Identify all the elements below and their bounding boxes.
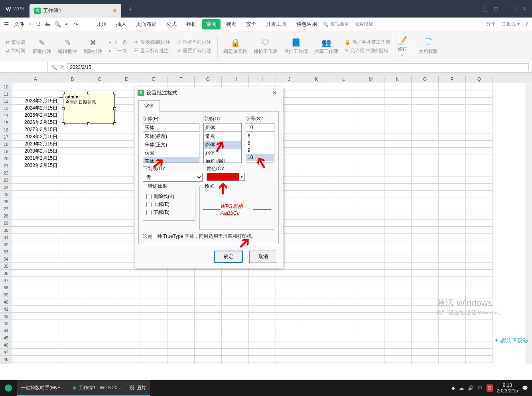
cell[interactable] (12, 212, 59, 220)
cell[interactable] (86, 126, 113, 133)
cell[interactable] (357, 133, 384, 141)
column-header[interactable]: J (276, 76, 303, 83)
cell[interactable] (466, 263, 493, 270)
row-header[interactable]: 24 (0, 184, 12, 191)
cell[interactable] (303, 105, 330, 112)
row-header[interactable]: 30 (0, 227, 12, 234)
new-tab-button[interactable]: ＋ (121, 4, 140, 14)
cell[interactable] (384, 349, 412, 356)
share-button[interactable]: 分享 (486, 21, 496, 27)
cell[interactable] (330, 270, 357, 277)
cell[interactable] (412, 126, 439, 133)
cell[interactable] (330, 227, 357, 234)
reset-all-comments-button[interactable]: ↺重置所有批注 (177, 47, 211, 54)
cell[interactable] (86, 263, 113, 270)
to-traditional-button[interactable]: ⇄简转繁 (6, 47, 26, 54)
cell[interactable] (330, 133, 357, 141)
cell[interactable] (439, 119, 466, 126)
windows-taskbar[interactable]: 一键排版助手(MyE... ◆工作簿1 - WPS 20... 🖼图片 ◆ ☁ … (0, 380, 532, 396)
cell[interactable] (59, 277, 86, 284)
cell[interactable] (330, 169, 357, 176)
cell[interactable] (86, 205, 113, 212)
cell[interactable] (466, 234, 493, 241)
cell[interactable] (59, 191, 86, 198)
row-header[interactable]: 48 (0, 356, 12, 363)
cell[interactable] (330, 349, 357, 356)
cell[interactable] (412, 162, 439, 169)
cell[interactable] (86, 83, 113, 90)
cell[interactable] (276, 363, 303, 364)
taskbar-app-1[interactable]: 一键排版助手(MyE... (17, 380, 69, 396)
cell[interactable] (439, 356, 466, 363)
cell[interactable] (357, 306, 384, 313)
cell[interactable] (384, 176, 412, 184)
cell[interactable] (439, 212, 466, 220)
cell[interactable] (12, 169, 59, 176)
cell[interactable] (384, 241, 412, 248)
cell[interactable] (384, 298, 412, 306)
row-header[interactable]: 18 (0, 141, 12, 148)
cell[interactable] (330, 90, 357, 98)
cell[interactable] (59, 212, 86, 220)
ok-button[interactable]: 确定 (214, 251, 243, 263)
cell[interactable] (303, 306, 330, 313)
cell[interactable]: 2023年2月15日 (12, 98, 59, 105)
vertical-scrollbar[interactable] (525, 83, 532, 364)
list-item[interactable]: 9 (246, 147, 274, 154)
superscript-checkbox[interactable]: 上标(E) (146, 201, 192, 208)
preview-icon[interactable]: 🔍 (54, 21, 61, 27)
cell[interactable] (86, 298, 113, 306)
cell[interactable] (12, 248, 59, 255)
cell[interactable] (466, 98, 493, 105)
cell[interactable] (140, 334, 167, 341)
column-header[interactable]: G (195, 76, 222, 83)
cell[interactable] (466, 284, 493, 291)
cell[interactable] (140, 320, 167, 327)
cell[interactable] (86, 291, 113, 298)
row-header[interactable]: 44 (0, 327, 12, 334)
cell[interactable] (86, 191, 113, 198)
column-header[interactable]: Q (466, 76, 493, 83)
cell[interactable] (222, 284, 249, 291)
cell[interactable] (439, 155, 466, 162)
cell[interactable] (86, 248, 113, 255)
next-comment-button[interactable]: ▸下一条 (109, 47, 127, 54)
hamburger-icon[interactable]: ☰ (4, 21, 9, 27)
comments-button[interactable]: ☷ 批注 ▾ (501, 21, 520, 27)
cell[interactable] (12, 284, 59, 291)
cell[interactable] (330, 306, 357, 313)
tray-icon[interactable]: ☁ (459, 385, 464, 391)
cell[interactable] (113, 313, 140, 320)
cell[interactable] (439, 341, 466, 349)
cell[interactable] (167, 270, 195, 277)
cell[interactable] (86, 212, 113, 220)
cell[interactable] (357, 148, 384, 155)
cell[interactable] (384, 234, 412, 241)
cell[interactable] (384, 126, 412, 133)
cell[interactable] (140, 341, 167, 349)
column-header[interactable]: C (86, 76, 113, 83)
cell[interactable] (12, 263, 59, 270)
cell[interactable] (439, 263, 466, 270)
cell[interactable] (12, 341, 59, 349)
cell[interactable] (412, 83, 439, 90)
cell[interactable] (412, 284, 439, 291)
cell[interactable] (384, 270, 412, 277)
cell[interactable] (330, 234, 357, 241)
cell[interactable] (222, 277, 249, 284)
cell[interactable] (412, 112, 439, 119)
prev-comment-button[interactable]: ◂上一条 (109, 39, 127, 46)
cell[interactable] (384, 356, 412, 363)
cell[interactable] (439, 83, 466, 90)
row-header[interactable]: 11 (0, 90, 12, 98)
cell[interactable] (466, 220, 493, 227)
cell[interactable] (384, 169, 412, 176)
cell[interactable] (140, 277, 167, 284)
cell[interactable] (303, 284, 330, 291)
cell[interactable] (59, 133, 86, 141)
cell[interactable] (466, 83, 493, 90)
cell[interactable] (249, 341, 276, 349)
cell[interactable] (466, 349, 493, 356)
cell[interactable] (466, 126, 493, 133)
cell[interactable] (113, 327, 140, 334)
